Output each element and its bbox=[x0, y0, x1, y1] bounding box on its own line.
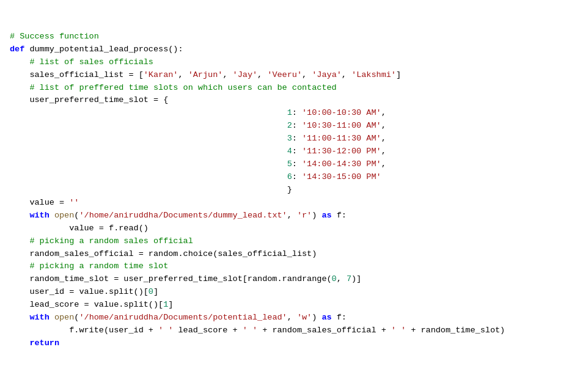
line-4: # list of sales officials bbox=[0, 56, 588, 69]
line-35: return bbox=[0, 337, 588, 350]
line-11: 3: '11:00-11:30 AM', bbox=[0, 133, 588, 145]
line-20: value = f.read() bbox=[0, 222, 588, 235]
comment-4: # picking a random sales official bbox=[29, 236, 193, 246]
line-26: random_time_slot = user_preferred_time_s… bbox=[0, 273, 588, 286]
comment-1: # Success function bbox=[10, 32, 99, 41]
comment-2: # list of sales officials bbox=[29, 57, 153, 67]
line-23: random_sales_official = random.choice(sa… bbox=[0, 248, 588, 261]
line-8: user_preferred_time_slot = { bbox=[0, 94, 588, 107]
line-22: # picking a random sales official bbox=[0, 235, 588, 248]
line-19: with open('/home/aniruddha/Documents/dum… bbox=[0, 210, 588, 222]
line-28: user_id = value.split()[0] bbox=[0, 286, 588, 299]
line-25: # picking a random time slot bbox=[0, 260, 588, 273]
keyword-with-2: with bbox=[29, 313, 49, 322]
line-10: 2: '10:30-11:00 AM', bbox=[0, 120, 588, 133]
line-33: f.write(user_id + ' ' lead_score + ' ' +… bbox=[0, 324, 588, 337]
line-17: value = '' bbox=[0, 197, 588, 210]
line-30: lead_score = value.split()[1] bbox=[0, 299, 588, 312]
line-32: with open('/home/aniruddha/Documents/pot… bbox=[0, 312, 588, 324]
line-9: 1: '10:00-10:30 AM', bbox=[0, 107, 588, 120]
keyword-def: def bbox=[10, 45, 24, 54]
code-editor: # Success functiondef dummy_potential_le… bbox=[0, 0, 588, 373]
line-15: } bbox=[0, 184, 588, 197]
line-7: # list of preffered time slots on which … bbox=[0, 82, 588, 95]
line-2: def dummy_potential_lead_process(): bbox=[0, 43, 588, 56]
line-14: 6: '14:30-15:00 PM' bbox=[0, 171, 588, 184]
line-5: sales_official_list = ['Karan', 'Arjun',… bbox=[0, 69, 588, 82]
keyword-with-1: with bbox=[29, 211, 49, 220]
keyword-return: return bbox=[29, 338, 59, 348]
line-13: 5: '14:00-14:30 PM', bbox=[0, 158, 588, 171]
line-1: # Success function bbox=[0, 31, 588, 43]
line-12: 4: '11:30-12:00 PM', bbox=[0, 145, 588, 158]
comment-5: # picking a random time slot bbox=[29, 261, 168, 271]
comment-3: # list of preffered time slots on which … bbox=[29, 83, 336, 92]
